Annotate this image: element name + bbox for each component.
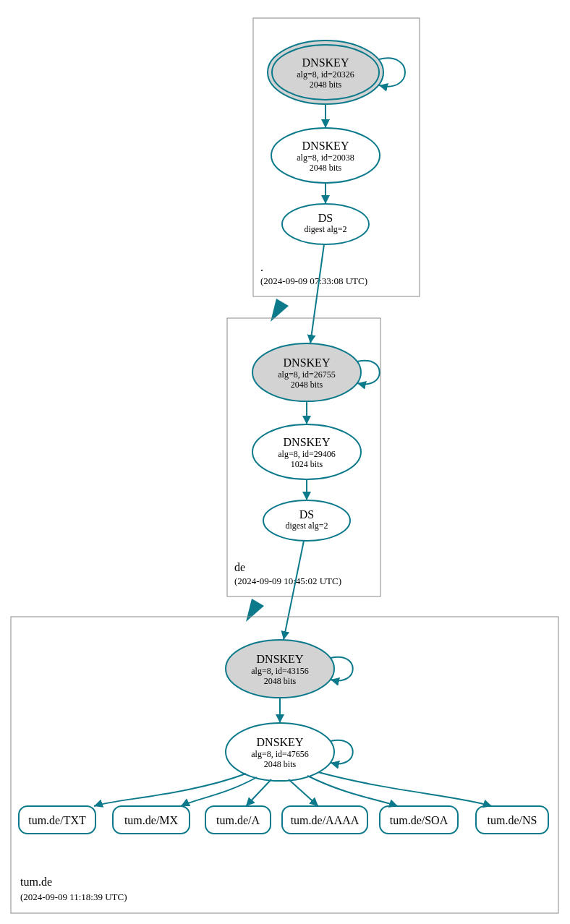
edge-zsk-to-a xyxy=(246,779,271,806)
tum-zsk-title: DNSKEY xyxy=(257,736,304,748)
root-ds-line1: digest alg=2 xyxy=(304,224,346,234)
record-ns: tum.de/NS xyxy=(476,806,548,834)
tum-ksk-line1: alg=8, id=43156 xyxy=(251,666,309,676)
node-de-zsk: DNSKEY alg=8, id=29406 1024 bits xyxy=(252,424,361,479)
zone-de-time: (2024-09-09 10:45:02 UTC) xyxy=(234,576,341,586)
de-ksk-line2: 2048 bits xyxy=(291,380,323,390)
record-soa: tum.de/SOA xyxy=(380,806,458,834)
record-aaaa: tum.de/AAAA xyxy=(282,806,367,834)
zone-tumde-label: tum.de xyxy=(20,876,52,888)
de-ksk-line1: alg=8, id=26755 xyxy=(278,369,336,380)
edge-root-ds-to-de-ksk xyxy=(310,244,324,343)
root-ksk-line1: alg=8, id=20326 xyxy=(297,69,354,80)
de-zsk-line1: alg=8, id=29406 xyxy=(278,449,336,459)
tum-ksk-line2: 2048 bits xyxy=(264,676,297,686)
edge-zsk-to-aaaa xyxy=(289,779,318,806)
tum-ksk-title: DNSKEY xyxy=(257,653,304,665)
de-zsk-line2: 1024 bits xyxy=(291,459,323,469)
edge-zsk-to-txt xyxy=(94,774,246,806)
de-ds-title: DS xyxy=(299,508,314,521)
node-tum-zsk: DNSKEY alg=8, id=47656 2048 bits xyxy=(226,723,334,781)
edge-de-ds-to-tum-ksk xyxy=(284,541,304,640)
node-root-zsk: DNSKEY alg=8, id=20038 2048 bits xyxy=(271,128,380,183)
svg-text:tum.de/TXT: tum.de/TXT xyxy=(28,814,86,826)
tum-zsk-line2: 2048 bits xyxy=(264,759,297,769)
root-zsk-line2: 2048 bits xyxy=(310,163,342,173)
zone-tumde-time: (2024-09-09 11:18:39 UTC) xyxy=(20,891,127,902)
svg-text:tum.de/NS: tum.de/NS xyxy=(488,814,537,826)
zone-root-label: . xyxy=(260,261,263,273)
zone-de: DNSKEY alg=8, id=26755 2048 bits DNSKEY … xyxy=(227,318,380,596)
node-de-ksk: DNSKEY alg=8, id=26755 2048 bits xyxy=(252,343,361,401)
svg-text:tum.de/AAAA: tum.de/AAAA xyxy=(291,814,360,826)
node-de-ds: DS digest alg=2 xyxy=(263,500,350,541)
de-ksk-title: DNSKEY xyxy=(284,356,331,369)
zone-root: DNSKEY alg=8, id=20326 2048 bits DNSKEY … xyxy=(253,18,420,296)
big-arrow-de-to-tum xyxy=(246,599,264,622)
edge-zsk-to-ns xyxy=(318,772,492,806)
node-root-ksk: DNSKEY alg=8, id=20326 2048 bits xyxy=(268,40,383,104)
zone-root-time: (2024-09-09 07:33:08 UTC) xyxy=(260,275,367,286)
node-root-ds: DS digest alg=2 xyxy=(282,204,369,244)
zone-de-label: de xyxy=(234,561,245,573)
svg-text:tum.de/A: tum.de/A xyxy=(216,814,260,826)
root-ds-title: DS xyxy=(318,212,333,224)
de-zsk-title: DNSKEY xyxy=(284,436,331,448)
root-zsk-title: DNSKEY xyxy=(302,140,349,152)
de-ds-line1: digest alg=2 xyxy=(285,521,328,531)
record-a: tum.de/A xyxy=(205,806,271,834)
root-zsk-line1: alg=8, id=20038 xyxy=(297,153,354,163)
svg-text:tum.de/MX: tum.de/MX xyxy=(124,814,179,826)
zone-tumde: DNSKEY alg=8, id=43156 2048 bits DNSKEY … xyxy=(11,617,558,913)
tum-zsk-line1: alg=8, id=47656 xyxy=(251,749,309,759)
record-mx: tum.de/MX xyxy=(113,806,190,834)
root-ksk-line2: 2048 bits xyxy=(310,80,342,90)
record-txt: tum.de/TXT xyxy=(19,806,95,834)
node-tum-ksk: DNSKEY alg=8, id=43156 2048 bits xyxy=(226,640,334,698)
root-ksk-title: DNSKEY xyxy=(302,56,349,69)
svg-text:tum.de/SOA: tum.de/SOA xyxy=(390,814,448,826)
